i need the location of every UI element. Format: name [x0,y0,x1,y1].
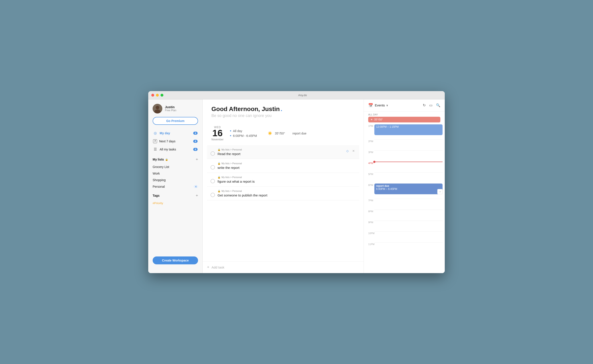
event-title-report: report due [376,184,441,188]
view-toggle-button[interactable]: ▭ [429,103,432,107]
time-label-9pm: 9PM [364,221,374,224]
next-7-days-icon: 7 [153,139,157,143]
time-row-1pm: 1PM 12:00PM – 1:15PM [364,124,445,140]
time-row-5pm: 5PM [364,172,445,183]
avatar [153,104,162,113]
sidebar-item-grocery-list[interactable]: Grocery List [148,164,202,170]
time-line-3pm [374,150,443,161]
weather-section: ☀️ 35°/50° [268,131,285,135]
app-title: Any.do [163,93,442,97]
calendar-scroll[interactable]: 1PM 12:00PM – 1:15PM 2PM 3PM [364,124,445,273]
task-complete-checkbox[interactable] [210,179,215,183]
delete-button[interactable]: ✕ [351,148,356,154]
expand-event-button[interactable]: → [437,189,443,194]
sidebar-item-shopping[interactable]: Shopping [148,177,202,183]
lock-icon: 🔒 [217,148,221,151]
sidebar-item-next-7-days[interactable]: 7 Next 7 days 4 [151,137,200,145]
create-workspace-button[interactable]: Create Workspace [153,256,198,264]
time-row-3pm: 3PM [364,150,445,161]
task-actions: ◇ ✕ [345,148,356,154]
task-breadcrumb: 🔒 My lists > Personal [217,176,356,179]
table-row: 🔒 My lists > Personal Get someone to pub… [207,187,359,200]
weather-icon: ☀️ [268,131,272,135]
traffic-lights [151,94,163,97]
time-line-1pm: 12:00PM – 1:15PM [374,124,443,135]
date-block: WED 16 November [211,126,223,141]
date-section: WED 16 November All day 6:00PM - 6:45PM [203,122,364,145]
calendar-event-report-due[interactable]: report due 6:00PM – 6:45PM [374,183,443,194]
sidebar-item-personal[interactable]: Personal 4 [148,183,202,190]
date-info: All day 6:00PM - 6:45PM [230,129,257,137]
all-day-weather-event: ☀ 35°/50° [368,117,440,123]
go-premium-button[interactable]: Go Premium [153,117,198,125]
calendar-event-1[interactable]: 12:00PM – 1:15PM [374,124,443,135]
date-info-allday: All day [230,129,257,133]
close-button[interactable] [151,94,154,97]
calendar-header: 📅 Events ∨ ↻ ▭ 🔍 [364,99,445,111]
add-task-icon: + [207,265,209,270]
time-line-9pm [374,221,443,232]
task-title: figure out what a report is [217,180,356,183]
sidebar-bottom: Create Workspace [148,252,202,269]
task-complete-checkbox[interactable] [210,165,215,169]
time-line-10pm [374,232,443,242]
user-plan: Free Plan [165,109,176,112]
calendar-actions: ↻ ▭ 🔍 [423,103,440,107]
tasks-list: 🔒 My lists > Personal Read the report ◇ … [203,145,364,261]
pin-button[interactable]: ◇ [345,148,350,154]
task-content: 🔒 My lists > Personal Read the report [217,148,343,156]
app-window: Any.do Justin Free Pl [148,91,445,273]
table-row: 🔒 My lists > Personal figure out what a … [207,173,359,187]
app-body: Justin Free Plan Go Premium ◎ My day 4 7… [148,99,445,273]
time-label-2pm: 2PM [364,140,374,143]
minimize-button[interactable] [156,94,159,97]
fullscreen-button[interactable] [161,94,163,97]
task-complete-checkbox[interactable] [210,151,215,156]
events-dropdown[interactable]: Events ∨ [375,103,388,107]
add-tag-button[interactable]: + [196,193,198,198]
priority-tag[interactable]: #Priority [153,202,198,205]
task-title: write the report [217,166,356,169]
tags-title: Tags [153,194,160,197]
main-content: Good Afternoon, Justin. Be so good no on… [203,99,364,273]
task-complete-checkbox[interactable] [210,193,215,197]
time-line-5pm [374,172,443,183]
task-title: Read the report [217,152,343,156]
personal-label: Personal [153,185,165,188]
lock-icon: 🔒 [217,176,221,179]
add-list-button[interactable]: + [196,157,198,162]
task-breadcrumb: 🔒 My lists > Personal [217,162,356,165]
add-task-row[interactable]: + Add task [203,261,364,273]
table-row: 🔒 My lists > Personal Read the report ◇ … [207,145,359,159]
task-content: 🔒 My lists > Personal write the report [217,162,356,169]
nav-section: ◎ My day 4 7 Next 7 days 4 ☰ All my task… [148,129,202,154]
sidebar-label-all-my-tasks: All my tasks [160,148,191,151]
time-row-10pm: 10PM [364,232,445,242]
task-breadcrumb: 🔒 My lists > Personal [217,190,356,193]
sidebar-item-work[interactable]: Work [148,170,202,177]
shopping-label: Shopping [153,178,166,182]
motivational-text: Be so good no one can ignore you [211,113,355,118]
time-label-11pm: 11PM [364,242,374,246]
time-row-8pm: 8PM [364,210,445,221]
svg-point-1 [156,106,159,109]
sidebar: Justin Free Plan Go Premium ◎ My day 4 7… [148,99,203,273]
day-number: 16 [211,129,223,138]
user-info: Justin Free Plan [165,105,176,112]
report-due-label: report due [293,132,307,135]
time-label-5pm: 5PM [364,172,374,176]
task-breadcrumb: 🔒 My lists > Personal [217,148,343,151]
user-section: Justin Free Plan [148,104,202,117]
time-row-6pm: 6PM report due 6:00PM – 6:45PM → [364,183,445,199]
time-row-9pm: 9PM [364,221,445,232]
refresh-button[interactable]: ↻ [423,103,426,107]
time-label-1pm: 1PM [364,124,374,127]
search-button[interactable]: 🔍 [436,103,440,107]
sidebar-item-all-my-tasks[interactable]: ☰ All my tasks 4 [151,145,200,153]
my-day-badge: 4 [193,132,198,135]
sidebar-item-my-day[interactable]: ◎ My day 4 [151,129,200,137]
work-label: Work [153,172,160,175]
lock-icon: 🔒 [217,162,221,165]
time-label-8pm: 8PM [364,210,374,213]
add-task-label: Add task [212,266,224,269]
